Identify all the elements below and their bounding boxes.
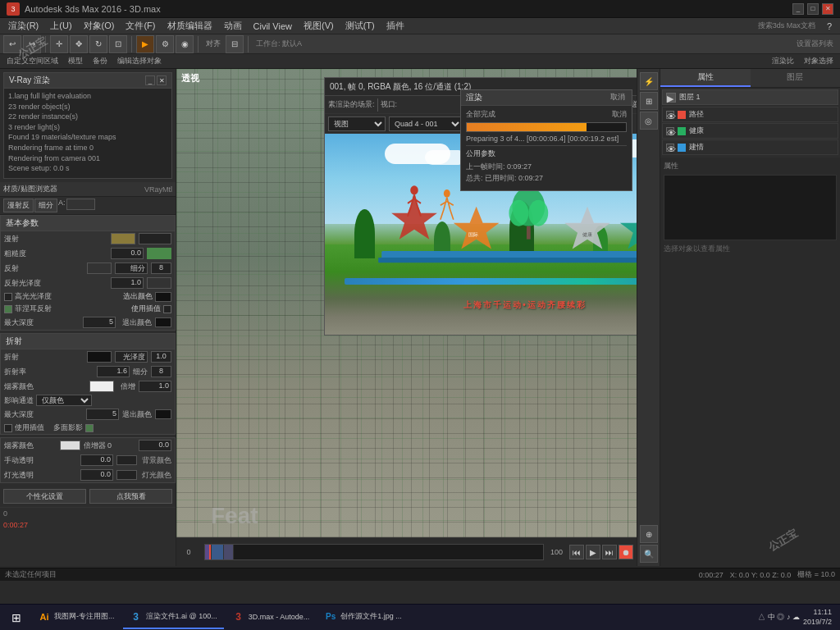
quad-dropdown[interactable]: Quad 4 - 001 [389,116,463,131]
material-scroll[interactable]: 基本参数 漫射 粗糙度 0.0 反射 细分 [0,215,176,566]
menu-view[interactable]: 视图(V) [299,18,339,34]
sub-right2[interactable]: 对象选择 [801,56,837,66]
multi-cb[interactable] [85,424,94,432]
rt-btn-1[interactable]: ⚡ [640,72,658,90]
hilight-cb[interactable] [4,293,12,301]
gloss-spinner[interactable]: 1.0 [111,277,144,289]
diffuse-spinner[interactable] [139,233,171,244]
layer-vis-1[interactable]: 👁 [666,111,674,119]
material-btn[interactable]: ◉ [176,35,194,53]
mat-btn-1[interactable]: 漫射反 [3,199,34,212]
layer-expand[interactable]: ▶ [666,93,676,103]
refract-sub[interactable]: 8 [151,366,171,377]
fog-multi[interactable]: 1.0 [139,381,171,392]
personal-settings-btn[interactable]: 个性化设置 [3,489,86,504]
menu-file[interactable]: 文件(F) [121,18,160,34]
menu-up[interactable]: 上(U) [45,18,76,34]
menu-test[interactable]: 测试(T) [340,18,380,34]
lamp-spinner[interactable]: 0.0 [80,469,113,481]
preview-btn[interactable]: 点我预看 [89,489,172,504]
rough-spinner[interactable]: 0.0 [111,248,144,259]
light-color[interactable] [116,470,137,480]
sub-select[interactable]: 自定义空间区域 [3,56,62,66]
refract-spinner[interactable]: 光泽度 [115,351,148,363]
menu-render[interactable]: 渲染(R) [3,18,43,34]
mat-btn-2[interactable]: 细分 [34,199,57,212]
menu-civil[interactable]: Civil View [249,20,297,33]
rough-map[interactable] [147,248,171,259]
interp-cb2[interactable] [4,424,12,432]
refract-color[interactable] [87,351,112,363]
menu-material[interactable]: 材质编辑器 [162,18,217,34]
tab-layers[interactable]: 图层 [751,69,841,87]
timeline-track[interactable] [204,544,544,560]
tab-attributes[interactable]: 属性 [660,69,751,87]
ior-spinner[interactable]: 1.6 [97,366,130,377]
vray-log-minimize[interactable]: _ [145,75,155,85]
properties-area[interactable]: 属性 选择对象以查看属性 [660,158,840,566]
tl-prev-btn[interactable]: ⏮ [569,545,584,559]
taskitem-3d[interactable]: 3 渲染文件1.ai @ 100... [123,606,224,629]
maxdepth-spinner[interactable]: 5 [83,317,116,328]
close-button[interactable]: ✕ [822,3,833,15]
exitcolor-swatch[interactable] [155,317,171,327]
refract-gloss[interactable]: 1.0 [151,351,171,363]
disperse-spinner[interactable]: 0.0 [80,454,113,466]
move-btn[interactable]: ✥ [70,35,88,53]
sub-backup[interactable]: 备份 [89,56,111,66]
fog2-swatch[interactable] [60,441,80,450]
bg-color[interactable] [116,455,137,465]
sub-model[interactable]: 模型 [65,56,86,66]
rt-btn-3[interactable]: ◎ [640,112,658,130]
start-button[interactable]: ⊞ [3,606,30,629]
tl-play-btn[interactable]: ▶ [586,545,600,559]
tl-next-btn[interactable]: ⏭ [602,545,617,559]
gloss-map[interactable] [147,277,171,289]
align-btn[interactable]: ⊟ [226,35,244,53]
reflect-sub[interactable]: 8 [151,262,171,274]
vray-log-content[interactable]: 1.lang full light evaluation 23 render o… [4,89,171,176]
hilight-color[interactable] [155,292,171,302]
taskitem-max[interactable]: 3 3D.max - Autode... [226,606,317,629]
interp-cb[interactable] [163,305,171,313]
select-btn[interactable]: ✛ [50,35,68,53]
rt-btn-nav[interactable]: ⊕ [640,525,658,543]
vray-log-close[interactable]: ✕ [157,75,167,85]
sub-edit[interactable]: 编辑选择对象 [114,56,165,66]
mat-color-a[interactable] [66,199,95,210]
menu-object[interactable]: 对象(O) [79,18,120,34]
fresnel-cb[interactable] [4,305,12,313]
render-setup-btn[interactable]: ⚙ [156,35,174,53]
reflect-color[interactable] [87,262,112,274]
channel-select[interactable]: 仅颜色 颜色+透明 [36,395,92,406]
render-btn[interactable]: ▶ [136,35,154,53]
view-dropdown[interactable]: 视图 [328,116,386,131]
rt-btn-2[interactable]: ⊞ [640,92,658,110]
basic-params-title[interactable]: 基本参数 [1,216,175,231]
exit-color2[interactable] [155,409,171,419]
render-prog-minimize[interactable]: 取消 [609,92,627,103]
minimize-button[interactable]: _ [792,3,804,15]
rotate-btn[interactable]: ↻ [89,35,107,53]
scale-btn[interactable]: ⊡ [109,35,127,53]
diffuse-color[interactable] [111,233,135,244]
menu-plugin[interactable]: 插件 [381,18,409,34]
maximize-button[interactable]: □ [807,3,819,15]
layer-vis-2[interactable]: 👁 [666,127,674,135]
menu-help[interactable]: ? [822,20,837,33]
taskitem-ps[interactable]: Ps 创作源文件1.jpg ... [317,606,409,629]
prog-cancel-btn[interactable]: 取消 [612,109,627,120]
redo-btn[interactable]: ↪ [23,35,41,53]
menu-anim[interactable]: 动画 [219,18,247,34]
tl-record-btn[interactable]: ⏺ [619,545,633,559]
reflect-spinner[interactable]: 细分 [115,262,148,274]
refract-depth-spinner[interactable]: 5 [86,409,119,420]
rt-btn-zoom[interactable]: 🔍 [640,545,658,563]
refract-title[interactable]: 折射 [1,334,175,349]
sub-right1[interactable]: 渲染比 [769,56,797,66]
undo-btn[interactable]: ↩ [3,35,21,53]
fog-color[interactable] [89,381,114,392]
taskitem-ai[interactable]: Ai 我图网-专注用图... [31,606,121,629]
fog2-spinner[interactable]: 0.0 [139,440,171,451]
layer-vis-3[interactable]: 👁 [666,144,674,152]
